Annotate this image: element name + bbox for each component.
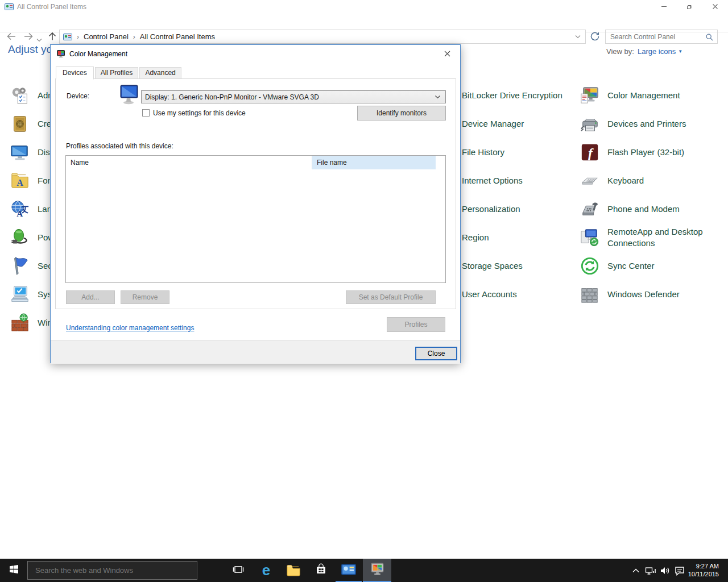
cp-item-label: Device Manager xyxy=(462,118,524,130)
color-management-icon xyxy=(579,85,601,106)
cp-item-label: Windows Defender xyxy=(607,289,718,300)
taskbar: e The Collection Book 9:27 AM 10/11/2015 xyxy=(0,559,728,582)
volume-icon[interactable] xyxy=(659,565,671,576)
use-my-settings-checkbox[interactable] xyxy=(142,109,150,117)
cp-item-file-history[interactable]: File History xyxy=(462,138,504,167)
language-icon: A xyxy=(9,198,31,220)
power-options-icon xyxy=(9,227,31,248)
clock-time: 9:27 AM xyxy=(688,562,719,570)
cp-item-device-manager[interactable]: Device Manager xyxy=(462,110,524,138)
action-center-icon[interactable] xyxy=(674,565,685,576)
cp-item-label: Personalization xyxy=(462,203,520,215)
firewall-icon xyxy=(9,312,31,334)
cp-item-label: BitLocker Drive Encryption xyxy=(462,90,562,101)
network-icon[interactable] xyxy=(645,565,656,576)
device-label: Device: xyxy=(67,92,89,100)
column-header-file-name[interactable]: File name xyxy=(312,156,436,169)
color-management-dialog: Color Management DevicesAll ProfilesAdva… xyxy=(50,44,461,363)
credential-manager-icon xyxy=(9,113,31,135)
taskbar-search-box[interactable] xyxy=(27,561,197,580)
display-icon xyxy=(9,142,31,163)
task-view-icon xyxy=(231,563,245,579)
flash-player-icon: f xyxy=(579,142,601,163)
start-button[interactable] xyxy=(0,559,27,582)
add-button[interactable]: Add... xyxy=(66,290,115,304)
cp-item-label: Storage Spaces xyxy=(462,260,523,272)
show-hidden-icons-chevron-icon[interactable] xyxy=(630,565,642,576)
cp-item-label: User Accounts xyxy=(462,289,517,300)
cp-item-remoteapp-and-desktop-connections[interactable]: RemoteApp and Desktop Connections xyxy=(579,223,718,252)
cp-item-keyboard[interactable]: Keyboard xyxy=(579,167,718,195)
dialog-close-icon[interactable] xyxy=(435,45,460,63)
task-view-button[interactable] xyxy=(226,559,250,582)
use-my-settings-label: Use my settings for this device xyxy=(153,109,246,117)
profiles-list[interactable]: Name File name xyxy=(65,155,446,283)
color-management-icon xyxy=(370,562,384,579)
cp-item-phone-and-modem[interactable]: Phone and Modem xyxy=(579,195,718,223)
device-select[interactable]: Display: 1. Generic Non-PnP Monitor - VM… xyxy=(141,90,446,103)
tab-all-profiles[interactable]: All Profiles xyxy=(95,67,139,79)
dialog-title: Color Management xyxy=(69,50,127,58)
defender-icon xyxy=(579,284,601,305)
cp-item-windows-defender[interactable]: Windows Defender xyxy=(579,280,718,309)
cp-item-user-accounts[interactable]: User Accounts xyxy=(462,280,517,309)
dialog-footer xyxy=(51,340,460,364)
dialog-close-button[interactable]: Close xyxy=(415,347,457,360)
store-button[interactable] xyxy=(307,559,334,582)
store-icon xyxy=(315,563,328,578)
cp-item-label: Devices and Printers xyxy=(607,118,718,130)
set-default-profile-button[interactable]: Set as Default Profile xyxy=(346,290,436,304)
cp-item-internet-options[interactable]: Internet Options xyxy=(462,167,523,195)
tab-advanced[interactable]: Advanced xyxy=(139,67,181,79)
cp-item-storage-spaces[interactable]: Storage Spaces xyxy=(462,252,523,280)
taskbar-search-input[interactable] xyxy=(28,566,197,575)
cp-item-color-management[interactable]: Color Management xyxy=(579,81,718,110)
cp-item-label: Flash Player (32-bit) xyxy=(607,147,718,158)
monitor-icon xyxy=(118,84,140,107)
cp-item-region[interactable]: Region xyxy=(462,223,489,252)
cp-item-flash-player-32-bit-[interactable]: fFlash Player (32-bit) xyxy=(579,138,718,167)
windows-logo-icon xyxy=(8,563,20,577)
cp-item-label: Sync Center xyxy=(607,260,718,272)
profiles-button[interactable]: Profiles xyxy=(387,317,445,332)
sync-center-icon xyxy=(579,255,601,277)
cp-item-label: RemoteApp and Desktop Connections xyxy=(607,226,718,249)
understanding-settings-link[interactable]: Understanding color management settings xyxy=(66,324,194,332)
cp-item-label: File History xyxy=(462,147,504,158)
edge-button[interactable]: e xyxy=(253,559,280,582)
cp-item-label: Phone and Modem xyxy=(607,203,718,215)
clock[interactable]: 9:27 AM 10/11/2015 xyxy=(688,562,719,578)
keyboard-icon xyxy=(579,170,601,192)
cp-item-bitlocker-drive-encryption[interactable]: BitLocker Drive Encryption xyxy=(462,81,562,110)
file-explorer-icon xyxy=(286,563,301,579)
tab-devices[interactable]: Devices xyxy=(56,66,94,80)
cp-item-personalization[interactable]: Personalization xyxy=(462,195,520,223)
cp-item-label: Color Management xyxy=(607,90,718,101)
system-icon xyxy=(9,284,31,305)
security-flag-icon xyxy=(9,255,31,277)
admin-tools-icon xyxy=(9,85,31,106)
color-management-icon xyxy=(56,49,65,61)
identify-monitors-button[interactable]: Identify monitors xyxy=(357,106,446,120)
svg-text:A: A xyxy=(16,209,23,218)
edge-icon: e xyxy=(262,562,270,579)
fonts-icon: A xyxy=(9,170,31,192)
file-explorer-button[interactable] xyxy=(280,559,307,582)
profiles-list-header: Name File name xyxy=(66,156,445,169)
remoteapp-icon xyxy=(579,227,601,248)
cp-item-devices-and-printers[interactable]: Devices and Printers xyxy=(579,110,718,138)
phone-modem-icon xyxy=(579,198,601,220)
printer-icon xyxy=(579,113,601,135)
dialog-tabs: DevicesAll ProfilesAdvanced xyxy=(56,67,183,79)
control-panel-icon xyxy=(341,562,356,579)
svg-text:A: A xyxy=(16,178,23,188)
taskbar-color-management-button[interactable] xyxy=(363,559,391,582)
profiles-caption: Profiles associated with this device: xyxy=(66,142,173,150)
cp-item-sync-center[interactable]: Sync Center xyxy=(579,252,718,280)
cp-item-label: Internet Options xyxy=(462,175,523,186)
clock-date: 10/11/2015 xyxy=(688,570,719,578)
cp-item-label: Region xyxy=(462,232,489,243)
remove-button[interactable]: Remove xyxy=(121,290,169,304)
taskbar-control-panel-button[interactable] xyxy=(334,559,363,582)
column-header-name[interactable]: Name xyxy=(66,156,312,169)
